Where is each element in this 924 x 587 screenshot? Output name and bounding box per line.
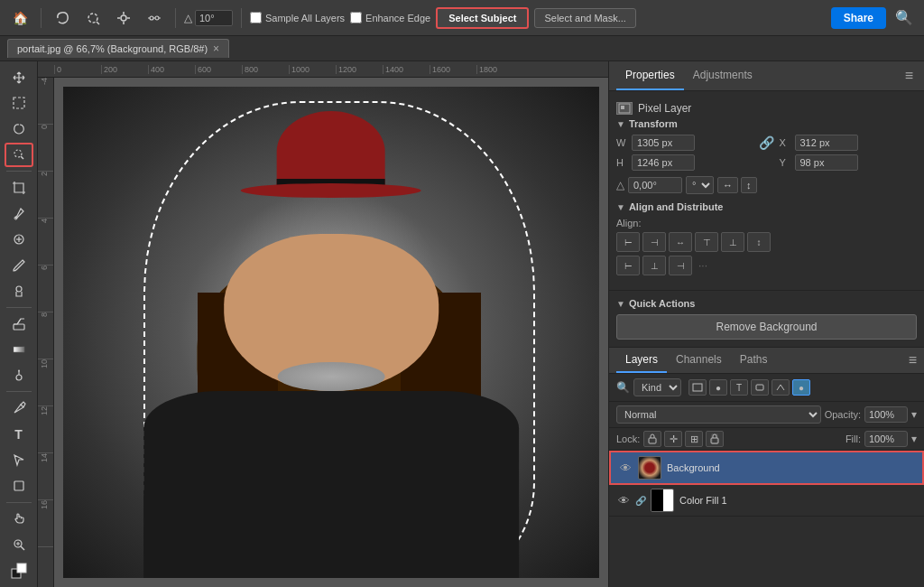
x-input[interactable] [795,135,858,151]
enhance-edge-checkbox[interactable]: Enhance Edge [350,12,430,23]
lock-all-btn[interactable] [706,431,724,447]
clone-stamp-tool[interactable] [5,278,33,303]
layer-visibility-background[interactable]: 👁 [618,461,633,475]
height-input[interactable] [632,154,695,171]
rotate-arrows: ↔ ↕ [717,177,757,193]
rotate-row: △ ° ↔ ↕ [616,176,917,194]
file-tab[interactable]: portait.jpg @ 66,7% (Background, RGB/8#)… [7,39,229,58]
rotate-input[interactable] [628,177,682,193]
lock-artboard-btn[interactable]: ⊞ [685,431,703,447]
align-center-h-btn[interactable]: ⊣ [642,232,666,252]
text-filter-icon[interactable]: T [730,379,748,396]
tab-paths[interactable]: Paths [731,348,777,373]
file-tab-label: portait.jpg @ 66,7% (Background, RGB/8#) [17,43,208,54]
align-more-btn[interactable]: ··· [695,256,711,275]
align-section-header[interactable]: ▼ Align and Distribute [616,201,917,212]
align-left-btn[interactable]: ⊢ [616,232,640,252]
tab-channels[interactable]: Channels [667,348,731,373]
fill-input[interactable] [864,431,908,447]
align-top-btn[interactable]: ⊤ [695,232,718,252]
toggle-filter-icon[interactable]: ● [792,379,810,396]
select-mask-button[interactable]: Select and Mask... [534,8,636,28]
link-icon[interactable]: 🔗 [758,135,776,150]
tab-bar: portait.jpg @ 66,7% (Background, RGB/8#)… [0,36,924,61]
layer-item-background[interactable]: 👁 Background [609,451,924,485]
ruler-marks-h: 0 200 400 600 800 1000 1200 1400 1600 18… [54,65,523,74]
pixel-filter-icon[interactable] [688,379,707,396]
pixel-layer-label: Pixel Layer [638,102,691,115]
align-bottom-btn[interactable]: ↕ [747,232,771,252]
x-field: X [780,135,918,151]
hand-tool[interactable] [5,507,33,532]
pen-tool[interactable] [5,396,33,421]
flip-v-btn[interactable]: ↕ [741,177,757,193]
shape-tool[interactable] [5,473,33,498]
options-icon[interactable] [142,5,167,31]
text-tool[interactable]: T [5,422,33,447]
layers-kind-select[interactable]: Kind [633,378,681,396]
zoom-tool[interactable] [5,532,33,557]
fill-arrow[interactable]: ▾ [911,433,917,445]
align-center-v-btn[interactable]: ⊥ [721,232,744,252]
sample-all-layers-checkbox[interactable]: Sample All Layers [250,12,345,23]
lasso-tool[interactable] [5,116,33,142]
quick-select-tool[interactable] [5,143,33,168]
layer-item-colorfill[interactable]: 👁 🔗 Color Fill 1 [609,485,924,517]
tab-layers[interactable]: Layers [616,348,667,373]
layers-panel-menu[interactable]: ≡ [909,352,917,368]
distribute-left-btn[interactable]: ⊢ [616,256,640,275]
smart-filter-icon[interactable] [772,379,790,396]
svg-rect-36 [649,438,656,443]
opacity-input[interactable] [864,406,908,423]
transform-section-header[interactable]: ▼ Transform [616,118,917,129]
select-subject-button[interactable]: Select Subject [436,7,529,29]
tab-adjustments[interactable]: Adjustments [684,61,762,90]
blend-mode-select[interactable]: Normal [616,405,821,424]
properties-panel-menu[interactable]: ≡ [901,64,917,88]
canvas-area[interactable] [54,78,608,587]
tab-properties[interactable]: Properties [616,61,684,90]
lock-position-btn[interactable]: ✛ [664,431,682,447]
eraser-tool[interactable] [5,312,33,337]
move-tool[interactable] [5,65,33,90]
tool-divider-3 [6,391,32,392]
angle-input[interactable] [195,10,233,26]
svg-rect-33 [621,106,624,109]
magic-wand-icon[interactable] [111,5,136,31]
layer-visibility-colorfill[interactable]: 👁 [616,493,631,508]
ruler-v-12: 12 [38,406,53,453]
rotate-select[interactable]: ° [686,176,714,194]
adjustment-filter-icon[interactable]: ● [709,379,727,396]
brush-tool[interactable] [5,253,33,278]
transform-title: Transform [629,118,678,129]
lasso-tool-icon[interactable] [50,5,75,31]
align-right-btn[interactable]: ↔ [669,232,692,252]
lock-pixels-btn[interactable] [643,431,661,447]
distribute-right-btn[interactable]: ⊣ [669,256,692,275]
opacity-arrow[interactable]: ▾ [911,408,917,421]
remove-background-button[interactable]: Remove Background [616,314,917,340]
home-icon[interactable]: 🏠 [7,5,32,31]
y-input[interactable] [795,154,858,171]
eyedropper-tool[interactable] [5,201,33,227]
shape-filter-icon[interactable] [751,379,769,396]
quick-selection-icon[interactable] [80,5,106,31]
search-icon[interactable]: 🔍 [892,5,917,30]
path-select-tool[interactable] [5,447,33,472]
flip-h-btn[interactable]: ↔ [717,177,738,193]
healing-tool[interactable] [5,227,33,252]
marquee-tool[interactable] [5,91,33,116]
transform-section: ▼ Transform W 🔗 X H [616,118,917,194]
crop-tool[interactable] [5,175,33,200]
layers-lock-row: Lock: ✛ ⊞ Fill: ▾ [609,428,924,451]
tab-close-button[interactable]: × [213,42,219,55]
foreground-color[interactable] [5,559,33,584]
quick-actions-header[interactable]: ▼ Quick Actions [616,298,917,309]
dodge-tool[interactable] [5,363,33,388]
gradient-tool[interactable] [5,337,33,362]
distribute-center-btn[interactable]: ⊥ [642,256,666,275]
width-input[interactable] [632,135,695,151]
share-button[interactable]: Share [831,7,886,29]
layers-tabs: Layers Channels Paths ≡ [609,348,924,374]
align-buttons-row1: ⊢ ⊣ ↔ ⊤ ⊥ ↕ [616,232,917,252]
